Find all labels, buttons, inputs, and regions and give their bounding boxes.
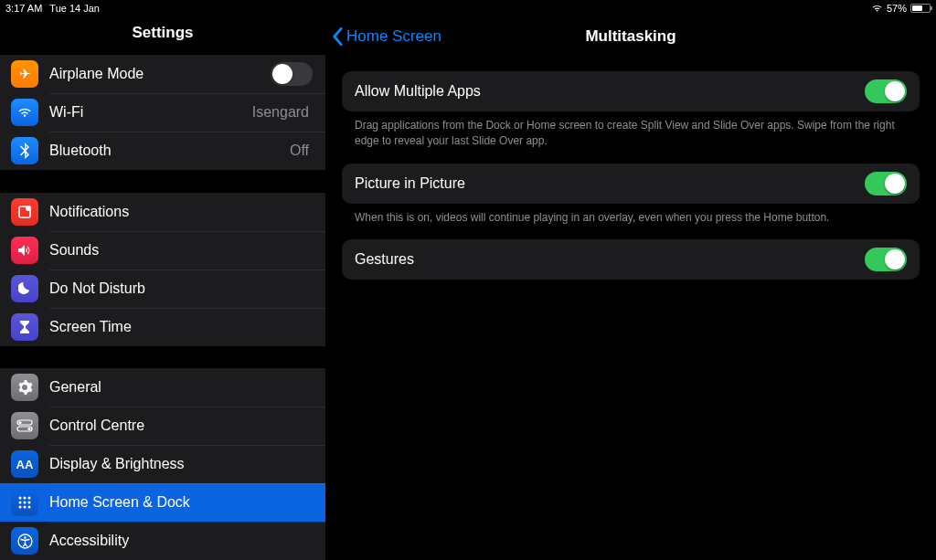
accessibility-icon: [11, 527, 38, 555]
back-button[interactable]: Home Screen: [331, 16, 441, 57]
sidebar-item-homescreen[interactable]: Home Screen & Dock: [0, 483, 325, 522]
svg-point-11: [28, 502, 31, 504]
battery-icon: [910, 4, 931, 13]
row-gestures[interactable]: Gestures: [342, 239, 920, 280]
sidebar-item-control-centre[interactable]: Control Centre: [0, 407, 325, 445]
svg-point-3: [18, 421, 21, 424]
svg-point-12: [19, 506, 22, 509]
sidebar-item-dnd[interactable]: Do Not Disturb: [0, 269, 325, 308]
detail-pane: Home Screen Multitasking Allow Multiple …: [325, 16, 936, 560]
bluetooth-icon: [11, 137, 38, 164]
sounds-icon: [11, 237, 38, 264]
sidebar-item-wifi[interactable]: Wi-Fi Isengard: [0, 93, 325, 132]
moon-icon: [11, 275, 38, 302]
svg-point-5: [27, 428, 30, 430]
switch-gestures[interactable]: [865, 248, 907, 271]
detail-title: Multitasking: [585, 27, 675, 46]
sidebar-item-display[interactable]: AA Display & Brightness: [0, 445, 325, 483]
battery-pct: 57%: [887, 3, 907, 14]
svg-point-7: [24, 497, 27, 500]
row-picture-in-picture[interactable]: Picture in Picture: [342, 164, 920, 204]
row-allow-multiple-apps[interactable]: Allow Multiple Apps: [342, 71, 920, 111]
status-date: Tue 14 Jan: [49, 3, 100, 14]
wifi-status-icon: [871, 4, 883, 13]
status-bar: 3:17 AM Tue 14 Jan 57%: [0, 0, 936, 16]
sidebar-item-notifications[interactable]: Notifications: [0, 193, 325, 231]
status-time: 3:17 AM: [5, 3, 42, 14]
text-size-icon: AA: [11, 450, 38, 478]
grid-icon: [11, 489, 38, 516]
notifications-icon: [11, 198, 38, 226]
svg-point-14: [28, 506, 31, 509]
svg-point-10: [24, 502, 27, 504]
sidebar-item-screentime[interactable]: Screen Time: [0, 308, 325, 346]
gear-icon: [11, 374, 38, 401]
sidebar-item-bluetooth[interactable]: Bluetooth Off: [0, 132, 325, 170]
sidebar-item-general[interactable]: General: [0, 368, 325, 407]
sidebar-title: Settings: [0, 16, 325, 55]
airplane-toggle[interactable]: [271, 62, 313, 86]
hourglass-icon: [11, 313, 38, 341]
svg-point-9: [19, 502, 22, 504]
toggles-icon: [11, 412, 38, 439]
switch-picture-in-picture[interactable]: [865, 172, 907, 195]
sidebar-item-sounds[interactable]: Sounds: [0, 231, 325, 269]
sidebar-item-accessibility[interactable]: Accessibility: [0, 522, 325, 560]
airplane-icon: ✈︎: [11, 60, 38, 88]
bluetooth-value: Off: [290, 143, 309, 159]
svg-point-1: [26, 206, 31, 211]
desc-allow-multiple-apps: Drag applications from the Dock or Home …: [342, 111, 920, 164]
wifi-icon: [11, 99, 38, 126]
switch-allow-multiple-apps[interactable]: [865, 79, 907, 103]
wifi-value: Isengard: [252, 104, 309, 121]
svg-point-16: [24, 536, 27, 539]
chevron-left-icon: [331, 26, 344, 47]
svg-point-8: [28, 497, 31, 500]
svg-point-6: [19, 497, 22, 500]
sidebar-item-airplane[interactable]: ✈︎ Airplane Mode: [0, 55, 325, 93]
settings-sidebar: Settings ✈︎ Airplane Mode Wi-Fi Isengard…: [0, 16, 325, 560]
desc-picture-in-picture: When this is on, videos will continue pl…: [342, 204, 920, 240]
svg-point-13: [24, 506, 27, 509]
